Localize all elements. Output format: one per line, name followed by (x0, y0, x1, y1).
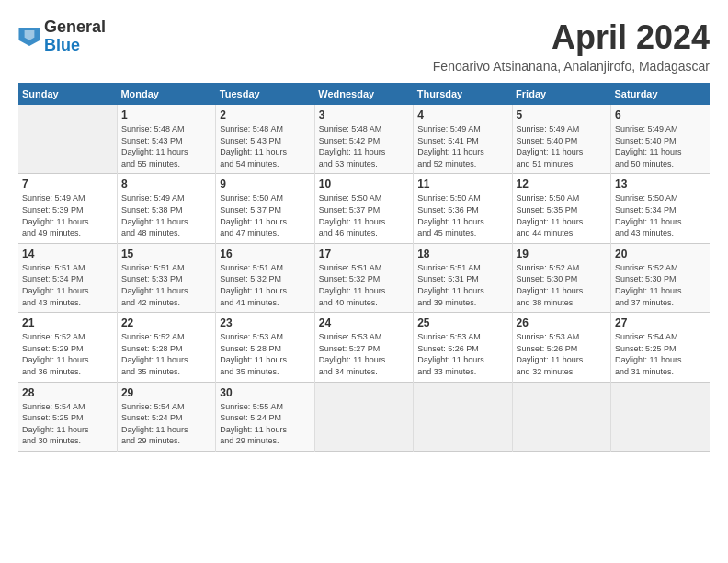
day-number: 5 (517, 109, 607, 121)
day-info: Sunrise: 5:48 AMSunset: 5:42 PMDaylight:… (319, 123, 409, 169)
calendar-cell: 21Sunrise: 5:52 AMSunset: 5:29 PMDayligh… (18, 313, 117, 382)
day-number: 2 (220, 109, 310, 121)
day-info: Sunrise: 5:50 AMSunset: 5:35 PMDaylight:… (517, 192, 607, 238)
day-info: Sunrise: 5:50 AMSunset: 5:36 PMDaylight:… (417, 192, 507, 238)
day-number: 1 (121, 109, 211, 121)
day-number: 6 (615, 109, 706, 121)
day-number: 14 (22, 247, 113, 260)
day-info: Sunrise: 5:49 AMSunset: 5:41 PMDaylight:… (417, 123, 507, 169)
day-number: 16 (220, 247, 310, 260)
calendar-cell: 23Sunrise: 5:53 AMSunset: 5:28 PMDayligh… (216, 313, 314, 382)
calendar-cell: 17Sunrise: 5:51 AMSunset: 5:32 PMDayligh… (314, 243, 413, 312)
day-number: 27 (615, 316, 706, 329)
day-info: Sunrise: 5:53 AMSunset: 5:27 PMDaylight:… (319, 331, 409, 377)
day-number: 17 (319, 247, 409, 260)
day-info: Sunrise: 5:51 AMSunset: 5:31 PMDaylight:… (417, 262, 507, 308)
day-number: 24 (319, 316, 409, 329)
column-header-friday: Friday (512, 83, 610, 105)
day-number: 4 (417, 109, 507, 121)
calendar-cell: 30Sunrise: 5:55 AMSunset: 5:24 PMDayligh… (216, 382, 314, 451)
day-info: Sunrise: 5:53 AMSunset: 5:26 PMDaylight:… (517, 331, 607, 377)
column-header-saturday: Saturday (611, 83, 710, 105)
day-info: Sunrise: 5:54 AMSunset: 5:25 PMDaylight:… (615, 331, 706, 377)
day-info: Sunrise: 5:52 AMSunset: 5:28 PMDaylight:… (121, 331, 211, 377)
day-info: Sunrise: 5:49 AMSunset: 5:38 PMDaylight:… (121, 192, 211, 238)
column-header-sunday: Sunday (18, 83, 117, 105)
day-info: Sunrise: 5:50 AMSunset: 5:37 PMDaylight:… (220, 192, 310, 238)
calendar-cell: 16Sunrise: 5:51 AMSunset: 5:32 PMDayligh… (216, 243, 314, 312)
calendar-cell: 13Sunrise: 5:50 AMSunset: 5:34 PMDayligh… (611, 174, 710, 243)
calendar-cell: 28Sunrise: 5:54 AMSunset: 5:25 PMDayligh… (18, 382, 117, 451)
week-row-2: 7Sunrise: 5:49 AMSunset: 5:39 PMDaylight… (18, 174, 710, 243)
week-row-4: 21Sunrise: 5:52 AMSunset: 5:29 PMDayligh… (18, 313, 710, 382)
day-number: 19 (517, 247, 607, 260)
calendar-cell (18, 105, 117, 174)
day-info: Sunrise: 5:51 AMSunset: 5:32 PMDaylight:… (319, 262, 409, 308)
day-number: 28 (22, 386, 113, 399)
calendar-table: SundayMondayTuesdayWednesdayThursdayFrid… (18, 83, 710, 452)
day-number: 20 (615, 247, 706, 260)
day-number: 18 (417, 247, 507, 260)
day-number: 8 (121, 178, 211, 190)
logo-blue-text: Blue (44, 37, 106, 55)
day-info: Sunrise: 5:54 AMSunset: 5:25 PMDaylight:… (22, 401, 113, 447)
calendar-cell (314, 382, 413, 451)
calendar-cell: 15Sunrise: 5:51 AMSunset: 5:33 PMDayligh… (117, 243, 215, 312)
location-subtitle: Fenoarivo Atsinanana, Analanjirofo, Mada… (433, 59, 710, 74)
calendar-cell: 14Sunrise: 5:51 AMSunset: 5:34 PMDayligh… (18, 243, 117, 312)
page-header: General Blue April 2024 Fenoarivo Atsina… (18, 18, 710, 74)
calendar-cell: 24Sunrise: 5:53 AMSunset: 5:27 PMDayligh… (314, 313, 413, 382)
day-number: 12 (517, 178, 607, 190)
calendar-cell: 25Sunrise: 5:53 AMSunset: 5:26 PMDayligh… (414, 313, 512, 382)
column-header-thursday: Thursday (414, 83, 512, 105)
calendar-cell (414, 382, 512, 451)
day-number: 15 (121, 247, 211, 260)
calendar-cell: 26Sunrise: 5:53 AMSunset: 5:26 PMDayligh… (512, 313, 610, 382)
calendar-cell: 18Sunrise: 5:51 AMSunset: 5:31 PMDayligh… (414, 243, 512, 312)
calendar-cell: 20Sunrise: 5:52 AMSunset: 5:30 PMDayligh… (611, 243, 710, 312)
month-title: April 2024 (433, 18, 710, 57)
day-number: 3 (319, 109, 409, 121)
day-number: 7 (22, 178, 113, 190)
day-info: Sunrise: 5:52 AMSunset: 5:30 PMDaylight:… (615, 262, 706, 308)
column-header-wednesday: Wednesday (314, 83, 413, 105)
day-info: Sunrise: 5:54 AMSunset: 5:24 PMDaylight:… (121, 401, 211, 447)
calendar-header-row: SundayMondayTuesdayWednesdayThursdayFrid… (18, 83, 710, 105)
calendar-cell: 3Sunrise: 5:48 AMSunset: 5:42 PMDaylight… (314, 105, 413, 174)
calendar-cell: 19Sunrise: 5:52 AMSunset: 5:30 PMDayligh… (512, 243, 610, 312)
day-info: Sunrise: 5:55 AMSunset: 5:24 PMDaylight:… (220, 401, 310, 447)
calendar-cell: 8Sunrise: 5:49 AMSunset: 5:38 PMDaylight… (117, 174, 215, 243)
calendar-cell: 1Sunrise: 5:48 AMSunset: 5:43 PMDaylight… (117, 105, 215, 174)
calendar-cell: 7Sunrise: 5:49 AMSunset: 5:39 PMDaylight… (18, 174, 117, 243)
logo-icon (18, 28, 40, 46)
day-info: Sunrise: 5:51 AMSunset: 5:32 PMDaylight:… (220, 262, 310, 308)
day-info: Sunrise: 5:50 AMSunset: 5:37 PMDaylight:… (319, 192, 409, 238)
day-info: Sunrise: 5:52 AMSunset: 5:30 PMDaylight:… (517, 262, 607, 308)
day-info: Sunrise: 5:50 AMSunset: 5:34 PMDaylight:… (615, 192, 706, 238)
calendar-cell: 29Sunrise: 5:54 AMSunset: 5:24 PMDayligh… (117, 382, 215, 451)
day-number: 11 (417, 178, 507, 190)
calendar-cell: 9Sunrise: 5:50 AMSunset: 5:37 PMDaylight… (216, 174, 314, 243)
day-number: 13 (615, 178, 706, 190)
day-number: 9 (220, 178, 310, 190)
day-info: Sunrise: 5:53 AMSunset: 5:26 PMDaylight:… (417, 331, 507, 377)
day-info: Sunrise: 5:49 AMSunset: 5:39 PMDaylight:… (22, 192, 113, 238)
calendar-cell: 10Sunrise: 5:50 AMSunset: 5:37 PMDayligh… (314, 174, 413, 243)
day-info: Sunrise: 5:49 AMSunset: 5:40 PMDaylight:… (517, 123, 607, 169)
day-info: Sunrise: 5:49 AMSunset: 5:40 PMDaylight:… (615, 123, 706, 169)
day-info: Sunrise: 5:51 AMSunset: 5:33 PMDaylight:… (121, 262, 211, 308)
day-info: Sunrise: 5:52 AMSunset: 5:29 PMDaylight:… (22, 331, 113, 377)
column-header-monday: Monday (117, 83, 215, 105)
calendar-cell: 2Sunrise: 5:48 AMSunset: 5:43 PMDaylight… (216, 105, 314, 174)
calendar-cell: 5Sunrise: 5:49 AMSunset: 5:40 PMDaylight… (512, 105, 610, 174)
logo-general-text: General (44, 18, 106, 37)
calendar-cell (611, 382, 710, 451)
title-section: April 2024 Fenoarivo Atsinanana, Analanj… (433, 18, 710, 74)
calendar-cell: 4Sunrise: 5:49 AMSunset: 5:41 PMDaylight… (414, 105, 512, 174)
day-number: 30 (220, 386, 310, 399)
week-row-3: 14Sunrise: 5:51 AMSunset: 5:34 PMDayligh… (18, 243, 710, 312)
day-number: 25 (417, 316, 507, 329)
day-number: 10 (319, 178, 409, 190)
calendar-cell: 11Sunrise: 5:50 AMSunset: 5:36 PMDayligh… (414, 174, 512, 243)
calendar-cell (512, 382, 610, 451)
